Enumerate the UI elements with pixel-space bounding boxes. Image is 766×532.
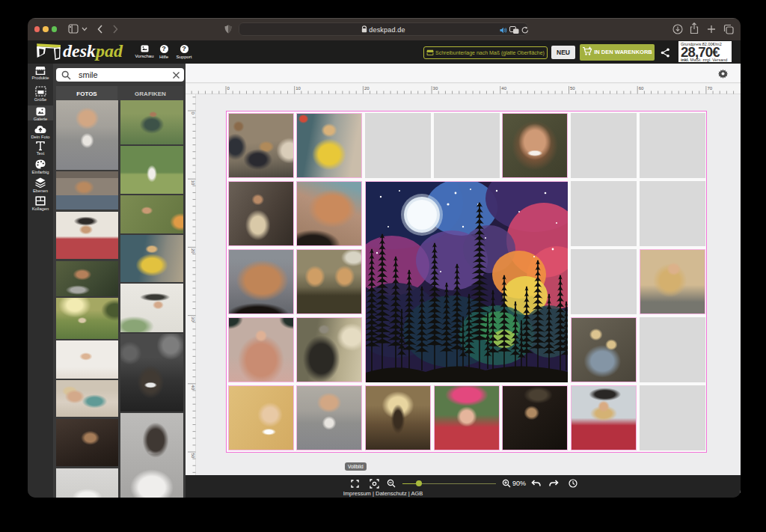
svg-text:30: 30 <box>433 86 438 91</box>
svg-text:50: 50 <box>191 453 195 459</box>
svg-text:40: 40 <box>501 86 506 91</box>
svg-text:10: 10 <box>295 86 301 91</box>
svg-text:0: 0 <box>227 86 230 91</box>
svg-text:40: 40 <box>191 385 195 390</box>
svg-text:20: 20 <box>191 248 195 254</box>
svg-text:60: 60 <box>639 86 644 91</box>
svg-text:20: 20 <box>364 86 370 91</box>
svg-text:50: 50 <box>570 86 575 91</box>
svg-text:0: 0 <box>191 112 195 115</box>
svg-text:30: 30 <box>191 317 195 322</box>
svg-text:10: 10 <box>191 180 195 186</box>
svg-text:70: 70 <box>707 86 712 91</box>
